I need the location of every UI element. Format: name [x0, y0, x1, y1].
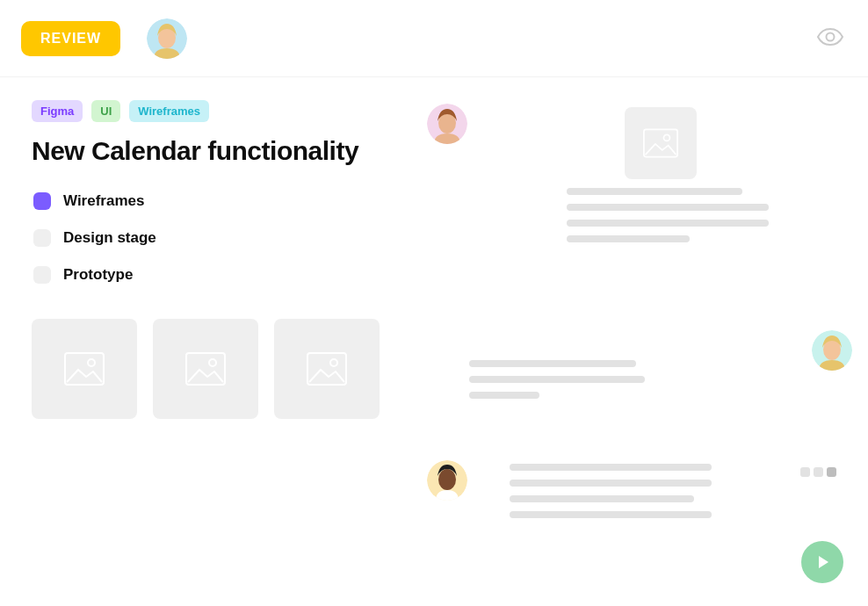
- checklist-item[interactable]: Design stage: [33, 229, 392, 247]
- svg-rect-7: [307, 353, 346, 385]
- text-placeholder: [510, 464, 712, 471]
- pager-dot[interactable]: [827, 467, 836, 477]
- svg-point-4: [88, 359, 95, 366]
- text-placeholder: [567, 220, 769, 227]
- text-placeholder: [469, 392, 539, 399]
- play-fab[interactable]: [801, 541, 843, 583]
- svg-point-12: [663, 134, 669, 141]
- comment: [427, 104, 843, 242]
- pager-dot[interactable]: [800, 467, 810, 477]
- svg-rect-11: [644, 129, 677, 156]
- checkbox-icon[interactable]: [33, 192, 51, 210]
- attachment-thumb[interactable]: [274, 319, 380, 419]
- text-placeholder: [510, 480, 712, 487]
- checkbox-icon[interactable]: [33, 229, 51, 247]
- text-placeholder: [510, 495, 694, 502]
- checklist-item-label: Wireframes: [63, 192, 144, 210]
- svg-rect-3: [65, 353, 104, 385]
- text-placeholder: [510, 511, 712, 518]
- avatar-icon: [427, 104, 467, 144]
- avatar-icon: [427, 460, 467, 501]
- comment-text: [469, 357, 843, 399]
- text-placeholder: [469, 376, 645, 383]
- left-panel: Figma UI Wireframes New Calendar functio…: [32, 100, 392, 518]
- checklist-item[interactable]: Prototype: [33, 266, 392, 284]
- tag-ui[interactable]: UI: [91, 100, 120, 122]
- checklist-item-label: Design stage: [63, 229, 156, 247]
- svg-rect-5: [186, 353, 225, 385]
- play-icon: [819, 556, 828, 568]
- avatar-icon: [812, 330, 852, 371]
- header: REVIEW: [0, 0, 868, 77]
- image-placeholder-icon: [64, 352, 105, 386]
- viewer-avatar[interactable]: [147, 18, 187, 59]
- comment-text: [567, 188, 769, 242]
- comment-text: [510, 460, 843, 518]
- avatar-icon: [147, 18, 187, 59]
- pager-dot[interactable]: [814, 467, 823, 477]
- image-placeholder-icon: [185, 352, 226, 386]
- comment-avatar[interactable]: [427, 104, 467, 144]
- comments-panel: [427, 100, 843, 518]
- tags: Figma UI Wireframes: [32, 100, 392, 122]
- text-placeholder: [469, 360, 636, 367]
- image-placeholder-icon: [307, 352, 347, 386]
- attachment-thumb[interactable]: [153, 319, 258, 419]
- tag-wireframes[interactable]: Wireframes: [129, 100, 209, 122]
- svg-point-2: [827, 32, 835, 40]
- svg-point-8: [330, 359, 337, 366]
- comment: [427, 357, 843, 399]
- comment-avatar[interactable]: [427, 460, 467, 501]
- checkbox-icon[interactable]: [33, 266, 51, 284]
- checklist: Wireframes Design stage Prototype: [33, 192, 392, 284]
- pager[interactable]: [800, 467, 836, 477]
- attachments: [32, 319, 392, 419]
- comment-avatar[interactable]: [812, 330, 852, 371]
- svg-point-6: [209, 359, 216, 366]
- visibility-icon[interactable]: [817, 28, 843, 49]
- text-placeholder: [567, 204, 769, 211]
- svg-point-16: [438, 469, 456, 490]
- text-placeholder: [567, 235, 690, 242]
- checklist-item-label: Prototype: [63, 266, 133, 284]
- header-left: REVIEW: [21, 18, 187, 59]
- tag-figma[interactable]: Figma: [32, 100, 83, 122]
- main: Figma UI Wireframes New Calendar functio…: [0, 77, 868, 518]
- attachment-thumb[interactable]: [32, 319, 137, 419]
- comment: [427, 460, 843, 518]
- review-button[interactable]: REVIEW: [21, 21, 120, 56]
- text-placeholder: [567, 188, 742, 195]
- page-title: New Calendar functionality: [32, 136, 392, 166]
- image-placeholder-icon: [625, 107, 697, 179]
- checklist-item[interactable]: Wireframes: [33, 192, 392, 210]
